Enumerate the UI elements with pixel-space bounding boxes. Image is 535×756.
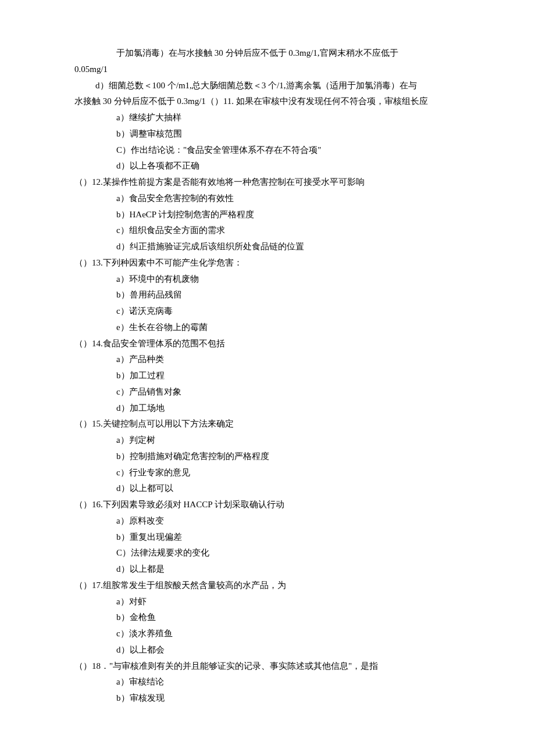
line-text: 控制措施对确定危害控制的严格程度 [130, 452, 269, 461]
text-line: e）生长在谷物上的霉菌 [116, 320, 461, 336]
line-prefix: （）18． [74, 661, 109, 671]
line-text: 兽用药品残留 [130, 290, 182, 299]
line-prefix: d） [116, 403, 130, 413]
line-prefix: d） [116, 483, 130, 493]
text-line: b）HAeCP 计划控制危害的严格程度 [116, 207, 461, 223]
text-line: b）调整审核范围 [116, 126, 461, 142]
line-prefix: （）16. [74, 500, 103, 509]
line-text: 产品种类 [129, 354, 164, 364]
text-line: C）法律法规要求的变化 [116, 545, 461, 561]
text-line: （）13.下列种因素中不可能产生化学危害： [74, 255, 461, 271]
text-line: c）诺沃克病毒 [116, 303, 461, 320]
line-prefix: （）15. [74, 419, 103, 428]
text-line: d）以上都会 [116, 642, 461, 658]
line-prefix: b） [116, 129, 130, 138]
line-text: 组织食品安全方面的需求 [129, 225, 225, 235]
text-line: a）对虾 [116, 594, 461, 610]
line-prefix: （）12. [74, 177, 103, 187]
line-text: 以上各项都不正确 [130, 161, 199, 170]
line-text: 对虾 [129, 597, 147, 606]
line-text: "与审核准则有关的并且能够证实的记录、事实陈述或其他信息"，是指 [109, 661, 378, 671]
line-text: 产品销售对象 [129, 387, 181, 396]
line-text: 调整审核范围 [130, 129, 182, 138]
line-prefix: a） [116, 435, 129, 445]
line-text: 重复出现偏差 [130, 532, 182, 542]
line-prefix: d） [116, 161, 130, 170]
line-prefix: c） [116, 225, 129, 235]
line-text: 判定树 [129, 435, 155, 445]
line-prefix: C） [116, 548, 131, 557]
text-line: a）原料改变 [116, 513, 461, 529]
text-line: a）食品安全危害控制的有效性 [116, 191, 461, 207]
line-prefix: b） [116, 371, 130, 380]
line-text: 水接触 30 分钟后应不低于 0.3mg/1（）11. 如果在审核中没有发现任何… [74, 96, 428, 106]
line-text: 食品安全危害控制的有效性 [129, 194, 234, 203]
line-prefix: d） [95, 81, 109, 90]
text-line: a）审核结论 [116, 674, 461, 690]
text-line: （）15.关键控制点可以用以下方法来确定 [74, 416, 461, 432]
line-prefix: c） [116, 629, 129, 638]
line-prefix: a） [116, 354, 129, 364]
line-text: 生长在谷物上的霉菌 [129, 323, 208, 332]
line-text: 以上都是 [130, 564, 165, 574]
text-line: d）纠正措施验证完成后该组织所处食品链的位置 [116, 239, 461, 255]
text-line: a）环境中的有机废物 [116, 271, 461, 288]
text-line: b）兽用药品残留 [116, 287, 461, 303]
text-line: c）组织食品安全方面的需求 [116, 223, 461, 239]
line-prefix: a） [116, 516, 129, 525]
line-text: 金枪鱼 [130, 612, 156, 622]
text-line: d）以上都可以 [116, 481, 461, 497]
text-line: a）产品种类 [116, 352, 461, 368]
text-line: c）产品销售对象 [116, 384, 461, 400]
text-line: b）控制措施对确定危害控制的严格程度 [116, 449, 461, 465]
text-line: （）16.下列因素导致必须对 HACCP 计划采取确认行动 [74, 497, 461, 513]
line-prefix: b） [116, 290, 130, 299]
line-prefix: a） [116, 194, 129, 203]
text-line: d）加工场地 [116, 400, 461, 417]
line-prefix: b） [116, 612, 130, 622]
line-text: 淡水养殖鱼 [129, 629, 173, 638]
line-text: 继续扩大抽样 [129, 113, 181, 122]
line-prefix: d） [116, 645, 130, 654]
text-line: b）重复出现偏差 [116, 529, 461, 546]
line-prefix: （）17. [74, 581, 103, 590]
line-text: 行业专家的意见 [129, 468, 190, 477]
text-line: d）以上都是 [116, 561, 461, 578]
line-text: 法律法规要求的变化 [131, 548, 209, 557]
line-prefix: a） [116, 113, 129, 122]
line-prefix: c） [116, 468, 129, 477]
text-line: （）18．"与审核准则有关的并且能够证实的记录、事实陈述或其他信息"，是指 [74, 658, 461, 675]
line-prefix: a） [116, 274, 129, 284]
line-text: 组胺常发生于组胺酸天然含量较高的水产品，为 [103, 581, 286, 590]
line-prefix: C） [116, 145, 131, 155]
line-prefix: e） [116, 323, 129, 332]
line-text: 下列因素导致必须对 HACCP 计划采取确认行动 [103, 500, 284, 509]
text-line: b）审核发现 [116, 690, 461, 707]
line-prefix: a） [116, 597, 129, 606]
line-text: 于加氯消毒）在与水接触 30 分钟后应不低于 0.3mg/1,官网末稍水不应低于 [116, 48, 398, 58]
line-text: 0.05mg/1 [74, 65, 108, 74]
text-line: b）金枪鱼 [116, 610, 461, 626]
text-line: 水接触 30 分钟后应不低于 0.3mg/1（）11. 如果在审核中没有发现任何… [74, 94, 461, 110]
line-text: 作出结论说："食品安全管理体系不存在不符合项" [131, 145, 321, 155]
line-prefix: b） [116, 693, 130, 703]
line-text: 审核发现 [130, 693, 165, 703]
line-text: 下列种因素中不可能产生化学危害： [103, 258, 242, 267]
line-text: 细菌总数＜100 个/m1,总大肠细菌总数＜3 个/1,游离余氯（适用于加氯消毒… [109, 81, 417, 90]
line-prefix: b） [116, 532, 130, 542]
line-text: 关键控制点可以用以下方法来确定 [103, 419, 234, 428]
line-prefix: c） [116, 387, 129, 396]
line-text: HAeCP 计划控制危害的严格程度 [130, 210, 255, 219]
text-line: （）17.组胺常发生于组胺酸天然含量较高的水产品，为 [74, 578, 461, 594]
text-line: 于加氯消毒）在与水接触 30 分钟后应不低于 0.3mg/1,官网末稍水不应低于 [116, 45, 461, 62]
text-line: b）加工过程 [116, 368, 461, 384]
line-prefix: b） [116, 210, 130, 219]
text-line: 0.05mg/1 [74, 62, 461, 78]
text-line: d）以上各项都不正确 [116, 158, 461, 174]
text-line: C）作出结论说："食品安全管理体系不存在不符合项" [116, 142, 461, 159]
line-prefix: d） [116, 564, 130, 574]
line-prefix: （）14. [74, 339, 103, 348]
line-prefix: （）13. [74, 258, 103, 267]
text-line: c）行业专家的意见 [116, 465, 461, 481]
line-text: 加工场地 [130, 403, 165, 413]
